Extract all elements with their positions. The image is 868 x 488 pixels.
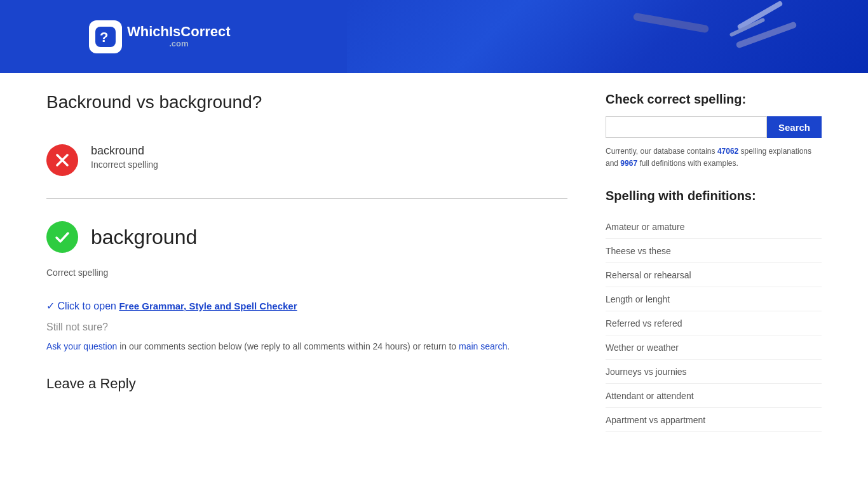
grammar-link-section: ✓ Click to open Free Grammar, Style and … [46,300,567,312]
spelling-links-list: Amateur or amatureTheese vs theseRehersa… [606,215,822,432]
spelling-link-item: Amateur or amature [606,215,822,239]
db-count2: 9967 [620,159,637,168]
spelling-link-6[interactable]: Journeys vs journies [606,367,687,377]
grammar-checker-link[interactable]: Free Grammar, Style and Spell Checker [119,301,297,311]
spelling-link-2[interactable]: Rehersal or rehearsal [606,270,691,280]
search-box: Search [606,116,822,138]
spelling-link-item: Attendant or attendent [606,384,822,408]
site-header: ? WhichIsCorrect .com [0,0,868,73]
logo-icon: ? [89,20,122,53]
db-info: Currently, our database contains 47062 s… [606,146,822,170]
incorrect-spelling-block: backround Incorrect spelling [46,135,567,186]
logo[interactable]: ? WhichIsCorrect .com [89,20,231,53]
ask-text-suffix: in our comments section below (we reply … [117,341,459,351]
search-button[interactable]: Search [767,116,822,138]
check-spelling-title: Check correct spelling: [606,92,822,107]
incorrect-word: backround [91,144,158,158]
correct-spelling-info: background [91,226,197,249]
divider [46,198,567,199]
leave-reply-heading: Leave a Reply [46,376,567,392]
db-info-prefix: Currently, our database contains [606,147,717,156]
db-count1: 47062 [717,147,738,156]
spelling-link-item: Referred vs refered [606,311,822,336]
checkmark-icon [53,228,71,246]
spelling-link-7[interactable]: Attendant or attendent [606,391,694,401]
spelling-link-0[interactable]: Amateur or amature [606,222,685,232]
content-left: Backround vs background? backround Incor… [46,92,567,432]
wrong-icon-circle [46,144,78,176]
spelling-link-item: Apartment vs appartment [606,408,822,432]
page-title: Backround vs background? [46,92,567,112]
spelling-link-item: Wether or weather [606,336,822,360]
spelling-link-3[interactable]: Length or lenght [606,294,670,304]
main-container: Backround vs background? backround Incor… [21,73,847,451]
svg-text:?: ? [100,29,108,45]
spelling-link-item: Rehersal or rehearsal [606,263,822,287]
spelling-link-item: Length or lenght [606,287,822,311]
spelling-link-5[interactable]: Wether or weather [606,342,679,353]
logo-text: WhichIsCorrect .com [127,24,231,48]
search-input[interactable] [606,116,767,138]
correct-word: background [91,226,197,249]
spelling-link-8[interactable]: Apartment vs appartment [606,415,705,425]
main-search-suffix: . [507,341,510,351]
spelling-defs-title: Spelling with definitions: [606,189,822,203]
main-search-link[interactable]: main search [459,341,507,351]
still-not-sure-label: Still not sure? [46,322,567,333]
correct-icon-circle [46,221,78,253]
x-icon [53,151,71,169]
incorrect-label: Incorrect spelling [91,159,158,170]
ask-question-link[interactable]: Ask your question [46,341,117,351]
spelling-link-item: Journeys vs journies [606,360,822,384]
correct-spelling-block: background [46,212,567,262]
grammar-prefix: ✓ Click to open [46,301,119,311]
sidebar: Check correct spelling: Search Currently… [606,92,822,432]
db-info-suffix: full definitions with examples. [637,159,738,168]
spelling-link-1[interactable]: Theese vs these [606,246,671,256]
incorrect-spelling-info: backround Incorrect spelling [91,144,158,170]
spelling-link-4[interactable]: Referred vs refered [606,318,682,329]
header-decoration [487,0,804,73]
ask-section: Ask your question in our comments sectio… [46,339,567,353]
spelling-link-item: Theese vs these [606,239,822,263]
correct-label: Correct spelling [46,268,567,278]
